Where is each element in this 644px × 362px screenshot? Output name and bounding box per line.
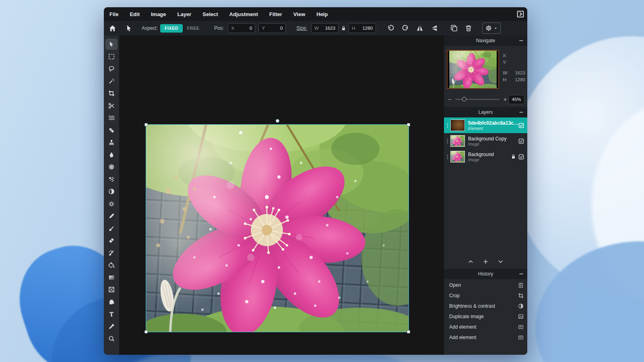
- size-w-field[interactable]: W 1623: [311, 23, 339, 33]
- stamp-icon: [108, 139, 115, 146]
- settings-button[interactable]: [482, 23, 501, 34]
- chevron-up-icon[interactable]: [468, 259, 474, 265]
- tool-eraser[interactable]: [105, 235, 118, 246]
- editor-window: File Edit Image Layer Select Adjustment …: [104, 7, 527, 355]
- navigate-info: X: Y: W:1623 H:1280: [503, 53, 525, 84]
- tool-blur[interactable]: [105, 149, 118, 160]
- undo-icon[interactable]: [387, 25, 394, 32]
- menu-image[interactable]: Image: [145, 11, 172, 17]
- canvas[interactable]: [119, 35, 444, 355]
- tool-paint[interactable]: [105, 223, 118, 234]
- scissors-icon: [108, 103, 115, 109]
- visibility-checkbox-icon[interactable]: [518, 138, 524, 144]
- tool-gradient[interactable]: [105, 272, 118, 283]
- tool-draw[interactable]: [105, 210, 118, 222]
- tool-liquify[interactable]: [105, 112, 118, 123]
- nav-h-value: 1280: [515, 77, 525, 84]
- visibility-checkbox-icon[interactable]: [518, 154, 524, 160]
- tool-disperse[interactable]: [105, 174, 118, 185]
- visibility-checkbox-icon[interactable]: [518, 123, 524, 128]
- history-item-open[interactable]: Open: [444, 280, 527, 290]
- menu-layer[interactable]: Layer: [172, 11, 197, 17]
- menu-adjustment[interactable]: Adjustment: [224, 11, 264, 17]
- tool-heal[interactable]: [105, 125, 118, 136]
- chevron-down-icon[interactable]: [497, 259, 504, 265]
- chevron-right-boxed-icon[interactable]: [517, 10, 524, 18]
- delete-icon[interactable]: [465, 25, 472, 32]
- scatter-dots-icon: [108, 176, 115, 183]
- rotation-handle[interactable]: [276, 119, 279, 123]
- paintbrush-icon: [108, 225, 115, 232]
- tool-marquee-select[interactable]: [105, 51, 118, 62]
- navigate-thumbnail[interactable]: [447, 50, 499, 89]
- tool-fill[interactable]: [105, 259, 118, 271]
- clipboard-icon: [518, 282, 524, 288]
- tool-wand-select[interactable]: [105, 76, 118, 87]
- zoom-slider[interactable]: [455, 99, 500, 100]
- pos-x-field[interactable]: X 0: [228, 23, 255, 33]
- zoom-slider-knob[interactable]: [462, 97, 466, 101]
- plus-icon[interactable]: [483, 259, 489, 265]
- zoom-in-button[interactable]: +: [502, 96, 508, 103]
- layers-list: 5de4bfc02abc8a13c2... Element Background…: [444, 117, 527, 165]
- duplicate-icon[interactable]: [450, 25, 458, 32]
- menu-view[interactable]: View: [288, 11, 311, 17]
- minus-icon[interactable]: [519, 110, 524, 115]
- tool-clone[interactable]: [105, 137, 118, 148]
- history-item-brightness-contrast[interactable]: Brightness & contrast: [444, 301, 527, 311]
- pos-y-field[interactable]: Y 0: [258, 23, 286, 33]
- menu-file[interactable]: File: [104, 11, 124, 17]
- aspect-free-button[interactable]: FREE: [183, 24, 204, 33]
- aspect-fixed-button[interactable]: FIXED: [160, 24, 183, 33]
- zoom-value-field[interactable]: 45%: [508, 95, 524, 104]
- history-label: Brightness & contrast: [449, 303, 518, 309]
- tool-color-picker[interactable]: [105, 321, 118, 332]
- lock-icon[interactable]: [341, 26, 346, 31]
- tool-sharpen[interactable]: [105, 198, 118, 210]
- tool-text[interactable]: [105, 309, 118, 320]
- layer-name: Background: [468, 152, 511, 157]
- tool-options-bar: Aspect: FIXED FREE Pos: X 0 Y 0 Size: W …: [104, 21, 527, 35]
- home-icon[interactable]: [109, 25, 116, 32]
- tool-arrange[interactable]: [105, 39, 118, 50]
- history-item-crop[interactable]: Crop: [444, 290, 527, 301]
- history-item-add-element-2[interactable]: Add element: [444, 332, 527, 343]
- layer-row-background[interactable]: Background Image: [444, 149, 527, 165]
- menu-help[interactable]: Help: [311, 11, 333, 17]
- flip-vertical-icon[interactable]: [431, 25, 438, 32]
- tool-cutout[interactable]: [105, 100, 118, 111]
- tool-dodge-burn[interactable]: [105, 186, 118, 197]
- grip-dots-icon[interactable]: [445, 122, 450, 129]
- tool-temper[interactable]: [105, 247, 118, 259]
- redo-icon[interactable]: [402, 25, 409, 32]
- grip-dots-icon[interactable]: [445, 138, 450, 144]
- lock-icon[interactable]: [511, 154, 516, 159]
- tool-crop[interactable]: [105, 88, 118, 99]
- minus-icon[interactable]: [519, 38, 524, 43]
- droplet-icon: [108, 152, 115, 158]
- layer-row-element[interactable]: 5de4bfc02abc8a13c2... Element: [444, 117, 527, 133]
- size-h-field[interactable]: H 1280: [349, 23, 376, 33]
- history-item-duplicate-image[interactable]: Duplicate image: [444, 311, 527, 322]
- tool-shape[interactable]: [105, 296, 118, 308]
- menu-edit[interactable]: Edit: [124, 11, 145, 17]
- grip-dots-icon[interactable]: [445, 154, 450, 160]
- right-panel: Navigate X: Y: W:1623 H:1280 − + 45% Lay…: [444, 35, 527, 355]
- menu-select[interactable]: Select: [197, 11, 223, 17]
- tool-zoom[interactable]: [105, 333, 118, 344]
- photo-flower[interactable]: [146, 125, 409, 332]
- layer-name: Background Copy: [468, 136, 518, 142]
- tool-bloat[interactable]: [105, 161, 118, 173]
- zoom-out-button[interactable]: −: [446, 96, 453, 103]
- tool-lasso-select[interactable]: [105, 63, 118, 74]
- tool-frame[interactable]: [105, 284, 118, 295]
- flip-horizontal-icon[interactable]: [416, 25, 423, 32]
- minus-icon[interactable]: [519, 272, 524, 276]
- layer-row-background-copy[interactable]: Background Copy Image: [444, 133, 527, 149]
- history-item-add-element-1[interactable]: Add element: [444, 322, 527, 332]
- cursor-icon: [108, 41, 115, 47]
- menu-filter[interactable]: Filter: [264, 11, 288, 17]
- nav-w-value: 1623: [515, 70, 525, 77]
- eyedropper-icon: [108, 323, 115, 330]
- aspect-label: Aspect:: [142, 25, 158, 31]
